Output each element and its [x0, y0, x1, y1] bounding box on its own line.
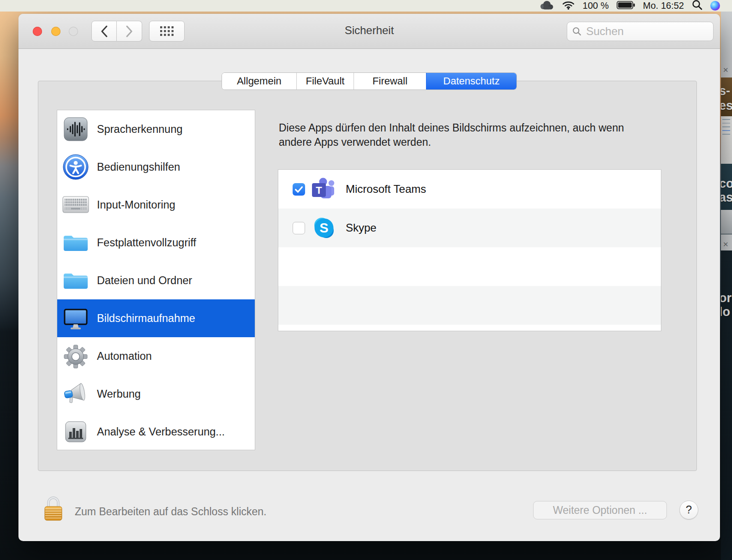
- desktop-icon-fragment: or lo: [721, 250, 732, 560]
- sidebar-item-label: Analyse & Verbesserung...: [97, 426, 225, 438]
- tab-firewall[interactable]: Firewall: [354, 73, 426, 89]
- desktop-paper-fragment: [721, 210, 732, 234]
- desktop-glyph: ✕: [723, 66, 729, 74]
- sidebar-item-festplattenvollzugriff[interactable]: Festplattenvollzugriff: [57, 224, 255, 262]
- sidebar-item-bedienungshilfen[interactable]: Bedienungshilfen: [57, 148, 255, 186]
- app-row-microsoft-teams[interactable]: T Microsoft Teams: [278, 170, 661, 209]
- desktop-document-fragment: [721, 116, 732, 164]
- fragment-text: es: [721, 99, 732, 113]
- sidebar-item-analyse-verbesserung[interactable]: Analyse & Verbesserung...: [57, 413, 255, 450]
- lock-icon[interactable]: [43, 494, 64, 524]
- keyboard-icon: [62, 191, 90, 219]
- folder-icon: [62, 229, 90, 256]
- display-icon: [62, 304, 90, 332]
- check-icon: [293, 183, 305, 196]
- title-bar: Sicherheit: [18, 14, 720, 49]
- sidebar-item-label: Festplattenvollzugriff: [97, 237, 196, 249]
- accessibility-icon: [62, 153, 90, 181]
- teams-icon: T: [311, 176, 337, 202]
- sidebar-item-bildschirmaufnahme[interactable]: Bildschirmaufnahme: [57, 299, 255, 337]
- empty-row: [278, 247, 661, 286]
- folder-icon: [62, 267, 90, 294]
- search-field[interactable]: [567, 22, 714, 41]
- sidebar-item-label: Werbung: [97, 388, 141, 400]
- search-input[interactable]: [585, 24, 702, 38]
- menu-bar: 100 % Mo. 16:52: [0, 0, 732, 12]
- sidebar-item-label: Bildschirmaufnahme: [97, 312, 195, 325]
- app-name: Microsoft Teams: [346, 183, 426, 196]
- skype-checkbox[interactable]: [293, 222, 305, 234]
- sidebar-item-label: Automation: [97, 350, 152, 363]
- fragment-text: s-: [721, 84, 730, 98]
- battery-icon[interactable]: [617, 1, 635, 11]
- svg-text:S: S: [319, 220, 328, 235]
- siri-icon[interactable]: [710, 1, 720, 11]
- menu-clock[interactable]: Mo. 16:52: [643, 0, 684, 11]
- app-row-skype[interactable]: S Skype: [278, 209, 661, 247]
- lock-hint-text: Zum Bearbeiten auf das Schloss klicken.: [75, 506, 266, 518]
- bar-chart-icon: [62, 418, 90, 446]
- sidebar-item-label: Bedienungshilfen: [97, 161, 180, 173]
- fragment-text: as: [721, 191, 732, 205]
- screen-recording-description: Diese Apps dürfen den Inhalt deines Bild…: [279, 121, 634, 149]
- empty-row: [278, 325, 661, 331]
- desktop-icon-fragment: s- es: [721, 77, 732, 116]
- tab-datenschutz[interactable]: Datenschutz: [426, 73, 516, 89]
- screen-recording-app-list: T Microsoft Teams S: [278, 169, 661, 331]
- sidebar-item-label: Dateien und Ordner: [97, 274, 192, 287]
- tab-allgemein[interactable]: Allgemein: [222, 73, 296, 89]
- speech-recognition-icon: [62, 115, 90, 143]
- cloud-icon[interactable]: [539, 0, 554, 12]
- sidebar-item-label: Input-Monitoring: [97, 199, 175, 211]
- teams-checkbox[interactable]: [293, 183, 305, 196]
- help-button[interactable]: ?: [679, 500, 698, 519]
- fragment-text: lo: [721, 305, 730, 319]
- tab-bar: Allgemein FileVault Firewall Datenschutz: [222, 72, 517, 90]
- skype-icon: S: [311, 215, 337, 241]
- sidebar-item-input-monitoring[interactable]: Input-Monitoring: [57, 186, 255, 224]
- system-preferences-window: Sicherheit Allgemein FileVault Firewall …: [18, 14, 720, 541]
- desktop-glyph: ✕: [723, 240, 729, 249]
- wifi-icon[interactable]: [562, 0, 575, 12]
- search-icon: [572, 27, 582, 36]
- privacy-category-list: Spracherkennung Bedienungshilfen: [57, 110, 255, 450]
- desktop-edge: ✕ s- es co as ✕ or lo: [721, 12, 732, 560]
- svg-text:T: T: [316, 185, 322, 196]
- sidebar-item-spracherkennung[interactable]: Spracherkennung: [57, 110, 255, 148]
- app-name: Skype: [346, 221, 377, 234]
- fragment-text: co: [721, 177, 732, 191]
- spotlight-search-icon[interactable]: [692, 0, 702, 12]
- tab-filevault[interactable]: FileVault: [296, 73, 354, 89]
- empty-row: [278, 286, 661, 325]
- battery-percentage: 100 %: [582, 0, 609, 11]
- sidebar-item-label: Spracherkennung: [97, 123, 183, 136]
- advanced-options-button[interactable]: Weitere Optionen ...: [533, 501, 667, 519]
- fragment-text: or: [721, 291, 732, 305]
- sidebar-item-werbung[interactable]: Werbung: [57, 375, 255, 413]
- sidebar-item-automation[interactable]: Automation: [57, 337, 255, 375]
- gear-icon: [62, 342, 90, 370]
- sidebar-item-dateien-und-ordner[interactable]: Dateien und Ordner: [57, 262, 255, 299]
- privacy-panel: Spracherkennung Bedienungshilfen: [38, 81, 697, 471]
- megaphone-icon: [62, 380, 90, 408]
